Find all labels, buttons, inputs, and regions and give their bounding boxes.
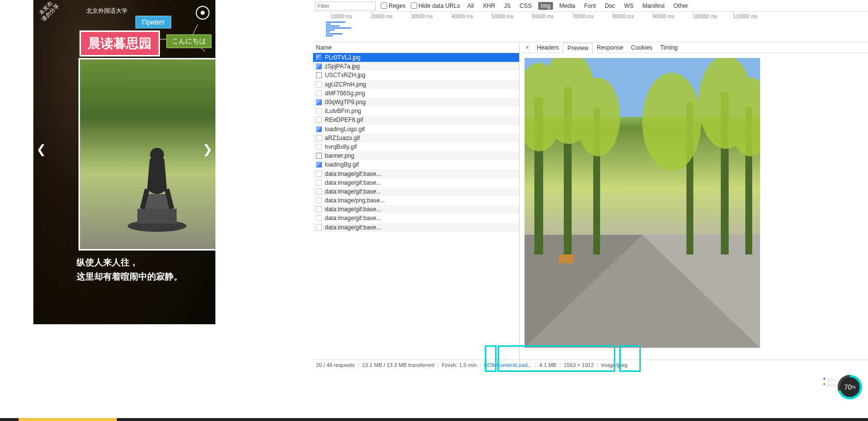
file-type-icon [316, 206, 322, 212]
gauge-percent: 70 [844, 383, 852, 391]
timeline-overview[interactable]: 10000 ms20000 ms30000 ms40000 ms50000 ms… [313, 12, 868, 42]
timeline-tick: 40000 ms [451, 14, 473, 19]
request-row[interactable]: data:image/gif;base... [313, 214, 519, 223]
column-header-name[interactable]: Name [313, 42, 519, 53]
type-filter-media[interactable]: Media [557, 2, 578, 10]
file-type-icon [316, 144, 322, 150]
type-filter-manifest[interactable]: Manifest [640, 2, 667, 10]
highlight-box-1 [485, 345, 497, 372]
file-type-icon [316, 180, 322, 186]
request-row[interactable]: data:image/gif;base... [313, 169, 519, 178]
request-name: dMF766Sg.png [325, 90, 365, 97]
file-type-icon [316, 117, 322, 123]
svg-point-3 [150, 148, 164, 162]
request-name: data:image/gif;base... [325, 215, 381, 222]
status-transferred: 13.1 MB / 13.3 MB transferred [362, 362, 434, 368]
timeline-tick: 30000 ms [411, 14, 433, 19]
timeline-tick: 110000 ms [733, 14, 757, 19]
request-row[interactable]: aRZ1uazo.gif [313, 134, 519, 142]
gauge-speeds: • 2K/s • 1K/s [818, 377, 836, 388]
network-speed-gauge[interactable]: • 2K/s • 1K/s 70% [818, 371, 862, 400]
request-name: REeDPEF8.gif [325, 116, 363, 123]
detail-tabs: × HeadersPreviewResponseCookiesTiming [520, 42, 868, 53]
request-row[interactable]: PLr0TVLJ.jpg [313, 53, 519, 62]
request-list[interactable]: PLr0TVLJ.jpgzSpjPA7a.jpgUSCTxRZH.jpgsgUZ… [313, 53, 519, 369]
file-type-icon [316, 108, 322, 114]
preview-body [520, 53, 868, 369]
timeline-tick: 20000 ms [371, 14, 393, 19]
svg-point-14 [576, 78, 620, 156]
request-row[interactable]: data:image/gif;base... [313, 205, 519, 214]
request-list-pane: Name PLr0TVLJ.jpgzSpjPA7a.jpgUSCTxRZH.jp… [313, 42, 520, 369]
highlight-box-3 [619, 345, 641, 372]
type-filter-css[interactable]: CSS [517, 2, 534, 10]
svg-rect-18 [559, 254, 574, 263]
statue-illustration [123, 135, 191, 233]
type-filter-doc[interactable]: Doc [603, 2, 618, 10]
timeline-tick: 50000 ms [492, 14, 513, 19]
preview-illustration [525, 58, 760, 348]
request-row[interactable]: data:image/gif;base... [313, 223, 519, 232]
title-badge: 晨读暮思园 [79, 30, 160, 56]
detail-tab-timing[interactable]: Timing [656, 43, 682, 53]
devtools-network-panel: Regex Hide data URLs AllXHRJSCSSImgMedia… [313, 0, 868, 369]
request-row[interactable]: banner.png [313, 151, 519, 160]
request-name: aRZ1uazo.gif [325, 135, 360, 141]
type-filter-other[interactable]: Other [671, 2, 691, 10]
file-type-icon [316, 72, 322, 78]
request-row[interactable]: iLutvBFm.png [313, 107, 519, 115]
file-type-icon [316, 189, 322, 195]
close-detail-button[interactable]: × [523, 44, 532, 51]
carousel-prev-button[interactable]: ❮ [36, 142, 46, 156]
svg-point-15 [642, 73, 701, 171]
carousel-next-button[interactable]: ❯ [203, 142, 212, 156]
type-filter-ws[interactable]: WS [622, 2, 636, 10]
taskbar[interactable] [0, 418, 868, 421]
request-row[interactable]: loadingBg.gif [313, 160, 519, 169]
request-row[interactable]: hvrqBx8y.gif [313, 142, 519, 151]
status-requests: 20 / 48 requests [316, 362, 355, 368]
type-filter-js[interactable]: JS [501, 2, 513, 10]
request-row[interactable]: sgUZCPnH.png [313, 80, 519, 89]
hide-data-urls-checkbox[interactable]: Hide data URLs [411, 2, 460, 9]
file-type-icon [316, 55, 322, 60]
request-name: loadingLogo.gif [325, 126, 365, 133]
request-name: loadingBg.gif [325, 161, 359, 168]
type-filter-font[interactable]: Font [582, 2, 599, 10]
type-filter-xhr[interactable]: XHR [480, 2, 498, 10]
filter-input[interactable] [315, 1, 376, 10]
speech-bubble-russian: Привет [135, 16, 171, 28]
regex-checkbox[interactable]: Regex [381, 2, 406, 9]
request-row[interactable]: data:image/gif;base... [313, 187, 519, 196]
timeline-tick: 60000 ms [532, 14, 553, 19]
request-name: banner.png [325, 152, 354, 159]
detail-tab-headers[interactable]: Headers [533, 43, 563, 53]
detail-tab-cookies[interactable]: Cookies [627, 43, 656, 53]
request-row[interactable]: zSpjPA7a.jpg [313, 62, 519, 71]
request-row[interactable]: data:image/png;base... [313, 196, 519, 205]
detail-tab-response[interactable]: Response [593, 43, 627, 53]
detail-tab-preview[interactable]: Preview [563, 43, 593, 54]
file-type-icon [316, 99, 322, 105]
type-filter-img[interactable]: Img [538, 2, 553, 10]
request-row[interactable]: USCTxRZH.jpg [313, 71, 519, 80]
request-name: USCTxRZH.jpg [325, 72, 366, 79]
request-row[interactable]: loadingLogo.gif [313, 125, 519, 134]
request-name: data:image/gif;base... [325, 206, 381, 213]
file-type-icon [316, 82, 322, 87]
gauge-circle: 70% [838, 375, 862, 399]
request-row[interactable]: data:image/gif;base... [313, 178, 519, 187]
request-name: data:image/gif;base... [325, 188, 381, 195]
caption-line2: 这里却有着喧闹中的寂静。 [77, 270, 183, 284]
request-row[interactable]: dMF766Sg.png [313, 89, 519, 98]
timeline-tick: 80000 ms [612, 14, 634, 19]
request-row[interactable]: REeDPEF8.gif [313, 115, 519, 124]
phone-preview-panel: 未发布 请勿分享 北京外国语大学 Привет こんにちは 晨读暮思园 ❮ ❯ … [33, 0, 215, 324]
file-type-icon [316, 135, 322, 141]
status-bar: 20 / 48 requests| 13.1 MB / 13.3 MB tran… [313, 360, 868, 369]
music-disc-icon[interactable] [196, 6, 210, 20]
caption-line1: 纵使人来人往， [77, 255, 183, 270]
type-filter-all[interactable]: All [465, 2, 476, 10]
request-name: data:image/gif;base... [325, 179, 381, 186]
request-row[interactable]: 00qWgTP9.png [313, 98, 519, 107]
